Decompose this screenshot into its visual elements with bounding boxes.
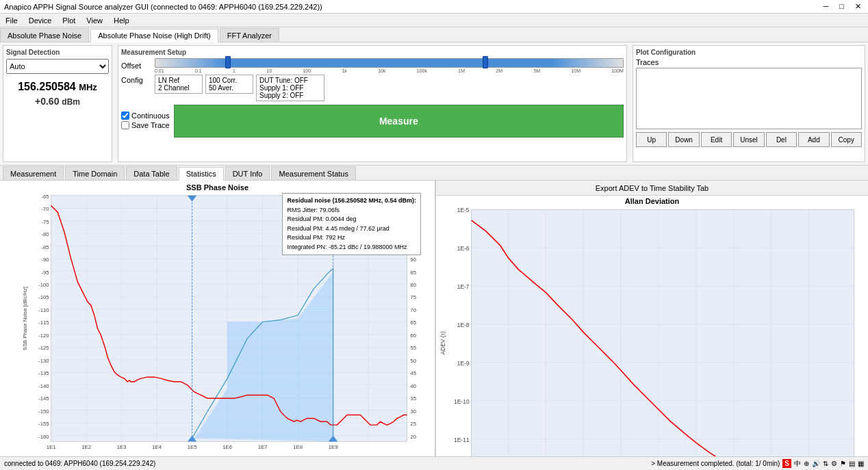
ruler-tick-7: 100k [417, 68, 427, 73]
menu-bar: File Device Plot View Help [0, 14, 868, 27]
measurement-setup-panel: Measurement Setup Offset 0.01 0.1 1 10 1… [118, 45, 627, 162]
export-adev-bar: Export ADEV to Time Stability Tab [436, 181, 868, 196]
sec-tab-time-domain[interactable]: Time Domain [65, 166, 125, 180]
edit-button[interactable]: Edit [701, 132, 732, 147]
menu-plot[interactable]: Plot [57, 14, 81, 27]
unsel-button[interactable]: Unsel [733, 132, 764, 147]
config-label: Config [121, 75, 152, 84]
sec-tab-dut-info[interactable]: DUT Info [225, 166, 270, 180]
tab-fft-analyzer[interactable]: FFT Analyzer [220, 28, 279, 42]
menu-device[interactable]: Device [23, 14, 58, 27]
svg-text:1E6: 1E6 [222, 444, 232, 450]
svg-text:-90: -90 [41, 257, 49, 263]
sec-tab-statistics[interactable]: Statistics [179, 167, 224, 181]
signal-detection-panel: Signal Detection Auto Manual 156.250584 … [3, 45, 112, 162]
svg-text:75: 75 [410, 294, 416, 300]
menu-file[interactable]: File [0, 14, 23, 27]
svg-text:1E-6: 1E-6 [457, 245, 470, 252]
corr-aver-box: 100 Corr. 50 Aver. [205, 75, 253, 94]
svg-text:90: 90 [410, 257, 416, 263]
app-title: Anapico APPH Signal Source analyzer GUI … [4, 3, 322, 11]
svg-text:110: 110 [410, 206, 420, 212]
copy-button[interactable]: Copy [831, 132, 862, 147]
svg-text:100: 100 [410, 231, 420, 237]
svg-text:70: 70 [410, 307, 416, 313]
ruler-tick-5: 1k [342, 68, 346, 73]
ssb-chart-title: SSB Phase Noise [1, 183, 433, 192]
corr-value: 100 Corr. [209, 77, 250, 84]
continuous-label: Continuous [131, 112, 170, 120]
ruler-tick-4: 100 [303, 68, 311, 73]
frequency-display: 156.250584 MHz [6, 81, 109, 93]
svg-text:45: 45 [410, 370, 416, 376]
svg-text:-140: -140 [38, 383, 49, 389]
save-trace-checkbox-label[interactable]: Save Trace [121, 121, 170, 129]
chinese-icon: 中 [794, 459, 801, 469]
svg-text:115: 115 [410, 194, 419, 200]
svg-text:105: 105 [410, 219, 419, 225]
continuous-checkbox-label[interactable]: Continuous [121, 112, 170, 120]
svg-text:-135: -135 [38, 370, 49, 376]
up-button[interactable]: Up [636, 132, 667, 147]
svg-text:1E4: 1E4 [152, 444, 162, 450]
more-icon: ▦ [858, 460, 864, 467]
ruler-tick-0: 0.01 [155, 68, 164, 73]
svg-text:-130: -130 [38, 358, 49, 364]
svg-text:1E5: 1E5 [188, 444, 197, 450]
close-button[interactable]: ✕ [852, 2, 864, 11]
ruler-tick-11: 10M [571, 68, 580, 73]
svg-text:ADEV (τ): ADEV (τ) [439, 331, 446, 354]
allan-chart-area: Allan Deviation [436, 196, 868, 456]
save-trace-label: Save Trace [131, 121, 170, 129]
ln-ref-channel: 2 Channel [158, 84, 199, 92]
minimize-button[interactable]: ─ [821, 2, 832, 11]
svg-text:-115: -115 [38, 319, 49, 326]
measure-button[interactable]: Measure [174, 105, 624, 138]
svg-text:1E-7: 1E-7 [457, 283, 470, 290]
svg-text:1E9: 1E9 [329, 444, 338, 450]
ruler-tick-9: 2M [496, 68, 502, 73]
signal-detection-mode[interactable]: Auto Manual [6, 59, 109, 74]
svg-text:80: 80 [410, 282, 416, 288]
allan-deviation-panel: Export ADEV to Time Stability Tab Allan … [435, 181, 868, 456]
status-bar: connected to 0469: APPH6040 (169.254.229… [0, 456, 868, 470]
allan-chart-title: Allan Deviation [437, 197, 867, 205]
down-button[interactable]: Down [668, 132, 699, 147]
svg-text:-110: -110 [38, 307, 49, 313]
traces-listbox [636, 68, 862, 129]
svg-text:-155: -155 [38, 421, 49, 427]
network-icon: ⊕ [804, 460, 809, 467]
sec-tab-data-table[interactable]: Data Table [126, 166, 177, 180]
del-button[interactable]: Del [766, 132, 797, 147]
svg-text:-150: -150 [38, 408, 49, 415]
export-adev-label: Export ADEV to Time Stability Tab [596, 184, 709, 192]
svg-text:-75: -75 [41, 219, 49, 225]
menu-view[interactable]: View [81, 14, 108, 27]
statusbar-right-text: > Measurement completed. (total: 1/ 0min… [651, 460, 780, 467]
menu-help[interactable]: Help [108, 14, 135, 27]
ruler-tick-8: 1M [458, 68, 465, 73]
add-button[interactable]: Add [798, 132, 829, 147]
s-icon: S [782, 459, 791, 468]
svg-text:1E2: 1E2 [81, 444, 91, 450]
restore-button[interactable]: □ [837, 2, 847, 11]
continuous-checkbox[interactable] [121, 112, 129, 120]
volume-icon: 🔊 [812, 460, 820, 467]
tab-absolute-phase-noise-high-drift[interactable]: Absolute Phase Noise (High Drift) [90, 29, 218, 42]
settings-icon: ⚙ [831, 460, 837, 467]
svg-text:55: 55 [410, 345, 416, 351]
chart2-icon: ▤ [849, 460, 855, 467]
svg-text:1E-10: 1E-10 [454, 398, 470, 405]
svg-text:95: 95 [410, 244, 416, 250]
sec-tab-measurement-status[interactable]: Measurement Status [271, 166, 356, 180]
sec-tab-measurement[interactable]: Measurement [3, 166, 64, 180]
svg-text:1E3: 1E3 [117, 444, 127, 450]
flag-icon: ⚑ [840, 460, 846, 467]
signal-detection-label: Signal Detection [6, 49, 109, 56]
tab-absolute-phase-noise[interactable]: Absolute Phase Noise [0, 28, 89, 42]
svg-text:1E8: 1E8 [293, 444, 303, 450]
save-trace-checkbox[interactable] [121, 121, 129, 129]
svg-text:-65: -65 [41, 194, 49, 200]
svg-text:-100: -100 [38, 282, 49, 288]
top-panel: Signal Detection Auto Manual 156.250584 … [0, 42, 868, 166]
